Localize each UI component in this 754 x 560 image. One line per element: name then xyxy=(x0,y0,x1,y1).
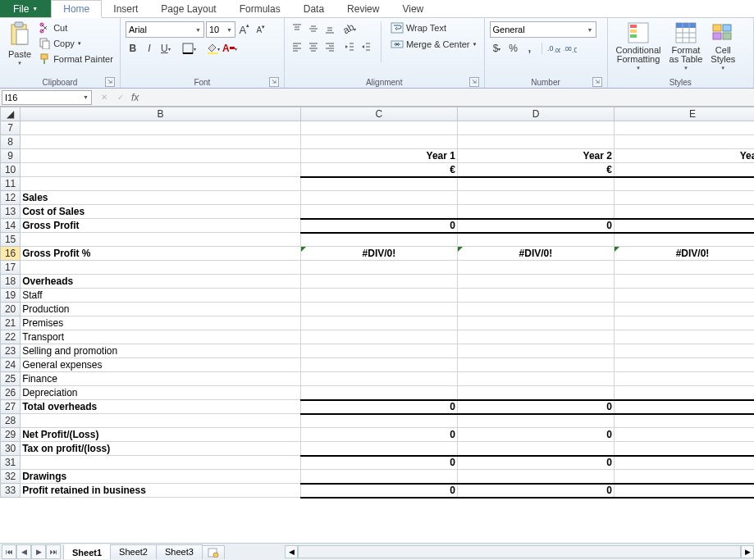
formula-input[interactable] xyxy=(144,90,749,105)
tab-review[interactable]: Review xyxy=(336,0,391,17)
cell[interactable] xyxy=(457,121,614,135)
row-header[interactable]: 8 xyxy=(1,135,21,149)
cell[interactable]: Staff xyxy=(21,289,301,303)
format-as-table-button[interactable]: Format as Table▼ xyxy=(666,20,706,72)
decrease-decimal-button[interactable]: .00.0 xyxy=(563,41,578,56)
shrink-font-button[interactable]: A▾ xyxy=(254,22,268,37)
cell[interactable] xyxy=(300,470,457,484)
cell[interactable] xyxy=(614,372,754,386)
align-bottom-button[interactable] xyxy=(322,21,337,36)
cell[interactable] xyxy=(300,261,457,275)
cell[interactable] xyxy=(614,358,754,372)
cell[interactable]: Overheads xyxy=(21,275,301,289)
sheet-tab-sheet2[interactable]: Sheet2 xyxy=(110,544,157,559)
name-box[interactable]: I16 ▼ xyxy=(2,90,92,105)
increase-indent-button[interactable] xyxy=(359,39,373,54)
cell[interactable]: Cost of Sales xyxy=(21,205,301,219)
cell[interactable]: Gross Profit xyxy=(21,219,301,233)
cell[interactable] xyxy=(614,303,754,316)
cell[interactable]: 0 xyxy=(614,484,754,498)
cell[interactable]: 0 xyxy=(457,400,614,414)
row-header[interactable]: 27 xyxy=(1,400,21,414)
cell[interactable]: € xyxy=(614,163,754,177)
cell[interactable]: 0 xyxy=(300,428,457,442)
row-header[interactable]: 11 xyxy=(1,177,21,191)
cell[interactable]: Tax on profit/(loss) xyxy=(21,442,301,456)
cell[interactable] xyxy=(614,289,754,303)
orientation-button[interactable]: ab▾ xyxy=(342,21,357,36)
cell[interactable] xyxy=(300,358,457,372)
cell[interactable] xyxy=(21,177,301,191)
cell[interactable]: Gross Profit % xyxy=(21,247,301,261)
row-header[interactable]: 20 xyxy=(1,303,21,316)
paste-button[interactable]: Paste ▼ xyxy=(5,20,34,67)
cell[interactable]: 0 xyxy=(614,219,754,233)
cell[interactable]: 0 xyxy=(614,428,754,442)
cell[interactable]: 0 xyxy=(300,400,457,414)
cell[interactable] xyxy=(614,121,754,135)
cell[interactable] xyxy=(614,442,754,456)
spreadsheet-grid[interactable]: ◢ B C D E 789Year 1Year 2Year 310€€€1112… xyxy=(0,107,754,543)
row-header[interactable]: 28 xyxy=(1,414,21,428)
cell[interactable]: Selling and promotion xyxy=(21,344,301,358)
cell[interactable]: 0 xyxy=(614,400,754,414)
cell[interactable] xyxy=(300,414,457,428)
accounting-format-button[interactable]: $▾ xyxy=(490,41,505,56)
alignment-launcher[interactable]: ⇲ xyxy=(469,77,479,87)
cell[interactable]: General expenses xyxy=(21,358,301,372)
align-top-button[interactable] xyxy=(290,21,304,36)
row-header[interactable]: 25 xyxy=(1,372,21,386)
cell[interactable]: Net Profit/(Loss) xyxy=(21,428,301,442)
row-header[interactable]: 21 xyxy=(1,316,21,330)
cell[interactable]: 0 xyxy=(457,219,614,233)
row-header[interactable]: 26 xyxy=(1,386,21,400)
border-button[interactable]: ▾ xyxy=(182,41,197,56)
column-header-E[interactable]: E xyxy=(614,107,754,121)
hscroll-right[interactable]: ▶ xyxy=(741,545,754,558)
cell[interactable] xyxy=(614,316,754,330)
row-header[interactable]: 17 xyxy=(1,261,21,275)
format-painter-button[interactable]: Format Painter xyxy=(38,52,115,66)
row-header[interactable]: 9 xyxy=(1,149,21,163)
cell[interactable] xyxy=(457,358,614,372)
cell[interactable]: Profit retained in business xyxy=(21,484,301,498)
row-header[interactable]: 14 xyxy=(1,219,21,233)
row-header[interactable]: 12 xyxy=(1,191,21,205)
row-header[interactable]: 23 xyxy=(1,344,21,358)
cell[interactable] xyxy=(300,386,457,400)
number-launcher[interactable]: ⇲ xyxy=(592,77,602,87)
row-header[interactable]: 30 xyxy=(1,442,21,456)
cell[interactable]: #DIV/0! xyxy=(457,247,614,261)
align-center-button[interactable] xyxy=(306,39,321,54)
cell[interactable] xyxy=(457,344,614,358)
align-middle-button[interactable] xyxy=(306,21,321,36)
row-header[interactable]: 19 xyxy=(1,289,21,303)
fx-icon[interactable]: fx xyxy=(131,92,139,103)
cell[interactable] xyxy=(300,191,457,205)
cell[interactable] xyxy=(457,261,614,275)
tab-home[interactable]: Home xyxy=(51,0,102,18)
row-header[interactable]: 7 xyxy=(1,121,21,135)
cell[interactable]: Total overheads xyxy=(21,400,301,414)
row-header[interactable]: 22 xyxy=(1,330,21,344)
row-header[interactable]: 29 xyxy=(1,428,21,442)
cell[interactable] xyxy=(300,442,457,456)
new-sheet-button[interactable] xyxy=(202,545,225,559)
row-header[interactable]: 16 xyxy=(1,247,21,261)
cell[interactable] xyxy=(457,386,614,400)
cell[interactable] xyxy=(614,275,754,289)
cell[interactable] xyxy=(300,205,457,219)
cell[interactable] xyxy=(614,191,754,205)
cell[interactable] xyxy=(457,316,614,330)
cell[interactable]: Sales xyxy=(21,191,301,205)
tab-page-layout[interactable]: Page Layout xyxy=(149,0,227,17)
grow-font-button[interactable]: A▴ xyxy=(237,22,252,37)
cell[interactable]: #DIV/0! xyxy=(614,247,754,261)
tab-insert[interactable]: Insert xyxy=(102,0,149,17)
cell[interactable] xyxy=(457,289,614,303)
cell[interactable] xyxy=(457,442,614,456)
cell[interactable] xyxy=(300,316,457,330)
cell[interactable] xyxy=(614,344,754,358)
cell[interactable]: € xyxy=(457,163,614,177)
sheet-tab-sheet3[interactable]: Sheet3 xyxy=(156,544,203,559)
